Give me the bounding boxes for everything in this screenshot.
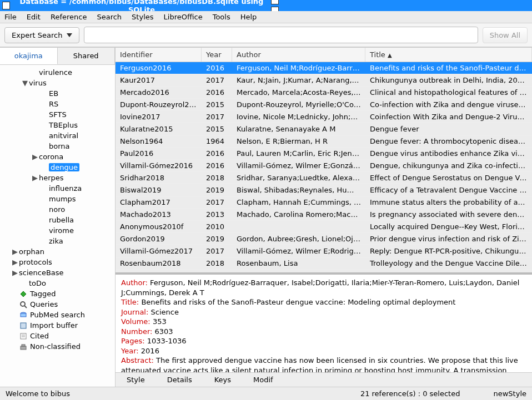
db-icon bbox=[19, 311, 28, 319]
tree-item-virulence[interactable]: virulence bbox=[0, 67, 115, 78]
expert-search-button[interactable]: Expert Search bbox=[4, 27, 79, 43]
tree-item-label: herpes bbox=[39, 174, 64, 182]
tree-item-zika[interactable]: zika bbox=[0, 236, 115, 246]
disclosure-triangle-icon[interactable]: ▶ bbox=[31, 174, 39, 182]
cell-au: Biswal, Shibadas;Reynales, Humbert... bbox=[232, 184, 365, 196]
cell-au: Iovine, Nicole M;Lednicky, John;Cher... bbox=[232, 111, 365, 123]
tree-item-rubella[interactable]: rubella bbox=[0, 215, 115, 225]
menu-file[interactable]: File bbox=[4, 13, 17, 21]
tree-item-todo[interactable]: toDo bbox=[0, 278, 115, 288]
tree-item-borna[interactable]: borna bbox=[0, 141, 115, 151]
tree-item-non-classified[interactable]: Non-classified bbox=[0, 341, 115, 352]
status-bar: Welcome to bibus 21 reference(s) : 0 sel… bbox=[0, 387, 532, 400]
query-icon bbox=[19, 301, 28, 308]
minimize-window-button[interactable]: – bbox=[271, 0, 279, 4]
tree-item-virus[interactable]: ▼virus bbox=[0, 78, 115, 88]
tree-item-tbeplus[interactable]: TBEplus bbox=[0, 120, 115, 130]
table-row[interactable]: Villamil-Gómez20162016Villamil-Gómez, Wi… bbox=[116, 160, 532, 172]
tree-item-virome[interactable]: virome bbox=[0, 225, 115, 236]
titlebar: × Database = /common/bibus/DataBases/bib… bbox=[0, 0, 532, 11]
table-row[interactable]: Gordon20192019Gordon, Aubree;Gresh, Lion… bbox=[116, 233, 532, 245]
table-row[interactable]: Machado20132013Machado, Carolina Romero;… bbox=[116, 209, 532, 221]
table-row[interactable]: Mercado20162016Mercado, Marcela;Acosta-R… bbox=[116, 87, 532, 99]
tree-item-anitviral[interactable]: anitviral bbox=[0, 130, 115, 141]
cell-yr: 2016 bbox=[202, 62, 232, 74]
sidebar-tab-user[interactable]: okajima bbox=[0, 48, 58, 64]
cell-id: Nelson1964 bbox=[116, 135, 202, 147]
svg-rect-3 bbox=[21, 313, 26, 317]
menu-edit[interactable]: Edit bbox=[27, 13, 41, 21]
table-row[interactable]: Villamil-Gómez20172017Villamil-Gómez, Wi… bbox=[116, 245, 532, 257]
show-all-button[interactable]: Show All bbox=[483, 27, 528, 43]
table-row[interactable]: Dupont-Rouzeyrol20152015Dupont-Rouzeyrol… bbox=[116, 99, 532, 111]
table-row[interactable]: Ferguson20162016Ferguson, Neil M;Rodrígu… bbox=[116, 62, 532, 74]
tree-item-label: Tagged bbox=[30, 290, 56, 298]
tree-item-queries[interactable]: Queries bbox=[0, 299, 115, 310]
table-row[interactable]: Kularatne20152015Kularatne, Senanayake A… bbox=[116, 123, 532, 135]
menu-libreoffice[interactable]: LibreOffice bbox=[164, 13, 203, 21]
table-row[interactable]: Paul20162016Paul, Lauren M;Carlin, Eric … bbox=[116, 148, 532, 160]
sidebar-tab-shared[interactable]: Shared bbox=[58, 48, 116, 64]
cell-yr: 2010 bbox=[202, 221, 232, 232]
cell-yr: 2015 bbox=[202, 99, 232, 110]
category-tree[interactable]: virulence▼virusEBRSSFTSTBEplusanitviralb… bbox=[0, 65, 115, 387]
tree-item-corona[interactable]: ▶corona bbox=[0, 151, 115, 162]
tree-item-sfts[interactable]: SFTS bbox=[0, 109, 115, 120]
tree-item-noro[interactable]: noro bbox=[0, 204, 115, 215]
menu-help[interactable]: Help bbox=[240, 13, 257, 21]
tree-item-influenza[interactable]: influenza bbox=[0, 183, 115, 194]
table-row[interactable]: Sridhar20182018Sridhar, Saranya;Luedtke,… bbox=[116, 172, 532, 184]
cell-id: Iovine2017 bbox=[116, 111, 202, 123]
cell-yr: 1964 bbox=[202, 135, 232, 147]
column-title[interactable]: Title ▲ bbox=[365, 48, 532, 62]
tree-item-label: Non-classified bbox=[30, 342, 81, 351]
menu-tools[interactable]: Tools bbox=[213, 13, 230, 21]
detail-tab-style[interactable]: Style bbox=[127, 376, 145, 384]
close-window-button[interactable]: × bbox=[2, 2, 10, 9]
tree-item-orphan[interactable]: ▶orphan bbox=[0, 246, 115, 257]
table-row[interactable]: Rosenbaum20182018Rosenbaum, LisaTrolleyo… bbox=[116, 257, 532, 270]
tree-item-rs[interactable]: RS bbox=[0, 99, 115, 109]
disclosure-triangle-icon[interactable]: ▼ bbox=[21, 79, 29, 87]
cell-au: Sridhar, Saranya;Luedtke, Alexande... bbox=[232, 172, 365, 184]
cell-ti: Benefits and risks of the Sanofi-Pasteur… bbox=[365, 62, 532, 74]
cell-yr: 2018 bbox=[202, 172, 232, 184]
table-row[interactable]: Biswal20192019Biswal, Shibadas;Reynales,… bbox=[116, 184, 532, 196]
cell-id: Anonymous2010f bbox=[116, 221, 202, 232]
column-author[interactable]: Author bbox=[232, 48, 365, 62]
tree-item-cited[interactable]: Cited bbox=[0, 331, 115, 341]
disclosure-triangle-icon[interactable]: ▶ bbox=[11, 258, 19, 266]
tree-item-sciencebase[interactable]: ▶scienceBase bbox=[0, 267, 115, 278]
disclosure-triangle-icon[interactable]: ▶ bbox=[11, 247, 19, 256]
status-style: newStyle bbox=[493, 389, 526, 398]
tree-item-label: toDo bbox=[29, 279, 46, 287]
table-row[interactable]: Nelson19641964Nelson, E R;Bierman, H RDe… bbox=[116, 135, 532, 148]
tree-item-eb[interactable]: EB bbox=[0, 88, 115, 99]
detail-tab-details[interactable]: Details bbox=[167, 376, 192, 384]
detail-tab-keys[interactable]: Keys bbox=[214, 376, 231, 384]
tree-item-tagged[interactable]: Tagged bbox=[0, 288, 115, 299]
table-row[interactable]: Clapham20172017Clapham, Hannah E;Cumming… bbox=[116, 196, 532, 209]
cell-au: Gordon, Aubree;Gresh, Lionel;Ojeda,... bbox=[232, 233, 365, 245]
tree-item-herpes[interactable]: ▶herpes bbox=[0, 173, 115, 183]
detail-tab-modif[interactable]: Modif bbox=[253, 376, 273, 384]
menu-reference[interactable]: Reference bbox=[51, 13, 87, 21]
tree-item-dengue[interactable]: dengue bbox=[0, 162, 115, 173]
table-row[interactable]: Anonymous2010f2010Locally acquired Dengu… bbox=[116, 221, 532, 233]
column-year[interactable]: Year bbox=[202, 48, 232, 62]
disclosure-triangle-icon[interactable]: ▶ bbox=[11, 269, 19, 277]
tree-item-import-buffer[interactable]: Import buffer bbox=[0, 320, 115, 331]
menu-search[interactable]: Search bbox=[97, 13, 122, 21]
disclosure-triangle-icon[interactable]: ▶ bbox=[31, 153, 39, 161]
menu-styles[interactable]: Styles bbox=[132, 13, 153, 21]
table-row[interactable]: Kaur20172017Kaur, N;Jain, J;Kumar, A;Nar… bbox=[116, 74, 532, 87]
tree-item-pubmed-search[interactable]: PubMed search bbox=[0, 310, 115, 320]
tree-item-protocols[interactable]: ▶protocols bbox=[0, 257, 115, 267]
search-input[interactable] bbox=[84, 27, 478, 43]
column-identifier[interactable]: Identifier bbox=[116, 48, 202, 62]
table-row[interactable]: Iovine20172017Iovine, Nicole M;Lednicky,… bbox=[116, 111, 532, 123]
tree-item-mumps[interactable]: mumps bbox=[0, 194, 115, 204]
cell-yr: 2013 bbox=[202, 209, 232, 220]
cell-ti: Coinfection With Zika and Dengue-2 Virus… bbox=[365, 111, 532, 123]
cell-id: Rosenbaum2018 bbox=[116, 257, 202, 269]
